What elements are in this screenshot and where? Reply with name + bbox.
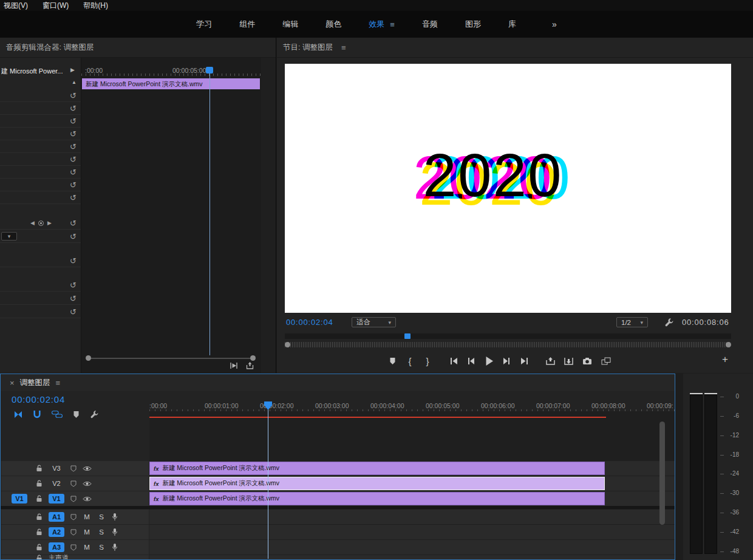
mute-button[interactable]: M — [83, 528, 91, 536]
collapse-icon[interactable]: ▲ — [72, 80, 77, 85]
mark-in-button[interactable]: { — [406, 357, 414, 366]
track-target-v1[interactable]: V1 — [49, 494, 64, 504]
track-lock-icon[interactable] — [36, 513, 43, 521]
sync-lock-icon[interactable] — [70, 544, 77, 551]
show-clip-icon[interactable]: ▶ — [70, 67, 75, 73]
reset-parameter-icon[interactable]: ↺ — [70, 117, 77, 125]
go-to-in-button[interactable] — [449, 358, 458, 364]
sync-lock-icon[interactable] — [70, 514, 77, 521]
reset-parameter-icon[interactable]: ↺ — [70, 257, 77, 265]
playhead[interactable] — [268, 401, 268, 559]
play-button[interactable] — [485, 357, 493, 366]
extract-button[interactable] — [564, 357, 573, 365]
reset-parameter-icon[interactable]: ↺ — [70, 281, 77, 289]
voice-over-mic-icon[interactable] — [112, 543, 118, 551]
track-lock-icon[interactable] — [36, 555, 43, 560]
next-keyframe-icon[interactable]: ▶ — [47, 220, 52, 226]
timeline-settings-icon[interactable] — [90, 410, 98, 418]
timeline-clip-v3[interactable]: fx 新建 Microsoft PowerPoint 演示文稿.wmv — [149, 462, 605, 475]
mini-timeline-clip[interactable]: 新建 Microsoft PowerPoint 演示文稿.wmv — [82, 78, 260, 89]
add-marker-icon[interactable] — [73, 411, 80, 418]
track-lock-icon[interactable] — [36, 465, 43, 472]
add-marker-button[interactable] — [388, 357, 397, 365]
program-scrubber[interactable] — [285, 333, 731, 339]
workspace-tab-editing[interactable]: 编辑 — [282, 19, 298, 30]
workspace-tab-effects[interactable]: 效果 ≡ — [369, 19, 395, 30]
sync-lock-icon[interactable] — [70, 465, 77, 472]
snap-magnet-icon[interactable] — [33, 410, 41, 418]
solo-button[interactable]: S — [97, 544, 106, 551]
solo-button[interactable]: S — [97, 528, 106, 536]
reset-parameter-icon[interactable]: ↺ — [70, 143, 77, 151]
sync-lock-icon[interactable] — [70, 480, 77, 487]
workspace-tab-graphics[interactable]: 图形 — [465, 19, 481, 30]
track-lock-icon[interactable] — [36, 480, 43, 487]
close-icon[interactable]: × — [10, 378, 15, 388]
zoom-level-select[interactable]: 适合 ▾ — [352, 317, 396, 327]
previous-keyframe-icon[interactable]: ◀ — [30, 220, 35, 226]
panel-menu-icon[interactable]: ≡ — [56, 378, 61, 388]
mute-button[interactable]: M — [83, 544, 91, 551]
comparison-view-button[interactable] — [601, 357, 611, 365]
clip-name-field[interactable]: 建 Microsoft Power... — [1, 66, 66, 77]
zoom-handle-right[interactable] — [726, 342, 731, 347]
timeline-clip-v2[interactable]: fx 新建 Microsoft PowerPoint 演示文稿.wmv — [149, 477, 605, 490]
menu-help[interactable]: 帮助(H) — [83, 1, 108, 11]
zoom-scrollbar[interactable] — [88, 358, 253, 359]
playhead-handle[interactable] — [206, 67, 213, 73]
export-icon[interactable] — [246, 362, 254, 369]
track-target-a1[interactable]: A1 — [49, 512, 64, 522]
panel-menu-icon[interactable]: ≡ — [341, 43, 346, 52]
workspace-tab-libraries[interactable]: 库 — [508, 19, 516, 30]
lift-button[interactable] — [546, 357, 555, 365]
workspace-tab-learning[interactable]: 学习 — [196, 19, 212, 30]
settings-wrench-icon[interactable] — [664, 318, 673, 327]
workspace-tab-audio[interactable]: 音频 — [422, 19, 438, 30]
workspace-overflow-icon[interactable]: » — [552, 19, 557, 29]
timeline-vertical-scrollbar[interactable] — [659, 422, 665, 525]
reset-parameter-icon[interactable]: ↺ — [70, 194, 77, 202]
scrubber-playhead[interactable] — [404, 333, 411, 339]
step-forward-button[interactable] — [502, 358, 511, 364]
zoom-handle-right[interactable] — [250, 355, 256, 361]
track-target-v2[interactable]: V2 — [49, 479, 64, 488]
track-target-a2[interactable]: A2 — [49, 527, 64, 537]
solo-button[interactable]: S — [97, 513, 106, 521]
workspace-menu-icon[interactable]: ≡ — [390, 20, 395, 29]
track-output-eye-icon[interactable] — [83, 481, 92, 487]
workspace-tab-color[interactable]: 颜色 — [325, 19, 341, 30]
reset-parameter-icon[interactable]: ↺ — [70, 219, 77, 227]
play-in-out-icon[interactable] — [230, 362, 238, 369]
reset-parameter-icon[interactable]: ↺ — [70, 233, 77, 241]
step-back-button[interactable] — [467, 358, 475, 364]
zoom-handle-left[interactable] — [86, 355, 91, 361]
panel-title[interactable]: 音频剪辑混合器: 调整图层 — [6, 43, 94, 53]
panel-title[interactable]: 节目: 调整图层 — [283, 43, 333, 53]
button-editor-plus-button[interactable]: + — [722, 353, 728, 366]
export-frame-button[interactable] — [582, 357, 592, 365]
sync-lock-icon[interactable] — [70, 496, 77, 502]
menu-window[interactable]: 窗口(W) — [43, 1, 69, 11]
voice-over-mic-icon[interactable] — [112, 513, 118, 521]
track-lock-icon[interactable] — [36, 528, 43, 536]
menu-view[interactable]: 视图(V) — [4, 1, 28, 11]
zoom-handle-left[interactable] — [285, 342, 290, 347]
timeline-clip-v1[interactable]: fx 新建 Microsoft PowerPoint 演示文稿.wmv — [149, 492, 605, 505]
playhead[interactable] — [210, 73, 210, 355]
current-timecode[interactable]: 00:00:02:04 — [286, 318, 333, 327]
program-zoom-bar[interactable] — [285, 342, 731, 347]
reset-parameter-icon[interactable]: ↺ — [70, 92, 77, 100]
linked-selection-icon[interactable] — [52, 411, 63, 418]
timeline-tab-label[interactable]: 调整图层 — [20, 378, 50, 388]
timeline-timecode[interactable]: 00:00:02:04 — [12, 394, 65, 405]
go-to-out-button[interactable] — [520, 358, 528, 364]
voice-over-mic-icon[interactable] — [112, 528, 118, 536]
reset-parameter-icon[interactable]: ↺ — [70, 308, 77, 316]
source-patch-v1[interactable]: V1 — [12, 494, 27, 504]
reset-parameter-icon[interactable]: ↺ — [70, 181, 77, 189]
mini-ruler[interactable]: :00:00 00:00:05:00 — [81, 66, 261, 76]
track-target-v3[interactable]: V3 — [49, 463, 64, 473]
reset-parameter-icon[interactable]: ↺ — [70, 168, 77, 176]
track-output-eye-icon[interactable] — [83, 496, 92, 502]
track-lock-icon[interactable] — [36, 495, 43, 502]
